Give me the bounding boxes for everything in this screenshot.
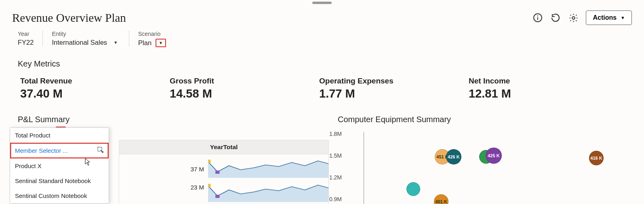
pov-entity-value: International Sales — [52, 39, 107, 46]
pov-entity[interactable]: Entity International Sales ▼ — [43, 31, 129, 46]
product-dropdown[interactable]: Total Product Member Selector ... Produc… — [10, 127, 109, 204]
pnl-row-value: 37 M — [191, 166, 204, 173]
metric-gross-profit: Gross Profit 14.58 M — [170, 77, 319, 100]
pov-scenario[interactable]: Scenario Plan ▼ — [129, 31, 175, 47]
metric-label: Gross Profit — [170, 77, 319, 85]
metric-net-income: Net Income 12.81 M — [469, 77, 618, 100]
actions-button[interactable]: Actions ▼ — [586, 10, 632, 25]
metric-label: Net Income — [469, 77, 618, 85]
member-selector-icon — [97, 147, 104, 154]
pov-scenario-label: Scenario — [138, 31, 166, 37]
bubble[interactable]: 416 K — [589, 151, 604, 165]
pnl-table-body: 37 M 23 M — [119, 154, 329, 204]
pov-year: Year FY22 — [12, 31, 43, 46]
bubble[interactable]: 401 K — [434, 194, 448, 204]
bubble[interactable]: 426 K — [446, 149, 461, 164]
y-tick: 1.2M — [322, 174, 342, 181]
chevron-down-icon: ▼ — [621, 15, 625, 20]
svg-point-2 — [537, 15, 538, 16]
page-title: Revenue Overview Plan — [12, 11, 126, 25]
pov-bar: Year FY22 Entity International Sales ▼ S… — [12, 31, 632, 47]
metric-value: 14.58 M — [170, 87, 319, 100]
gear-icon[interactable] — [568, 12, 579, 23]
pnl-row-value: 23 M — [191, 184, 204, 191]
pov-entity-label: Entity — [52, 31, 120, 37]
pov-year-value: FY22 — [18, 39, 34, 46]
metric-label: Operating Expenses — [319, 77, 469, 85]
metric-operating-expenses: Operating Expenses 1.77 M — [319, 77, 469, 100]
info-icon[interactable] — [532, 12, 543, 23]
y-tick: 1.5M — [322, 152, 342, 159]
chevron-down-icon[interactable]: ▼ — [111, 39, 120, 46]
mouse-cursor-icon — [85, 158, 91, 168]
svg-rect-5 — [215, 171, 219, 174]
metric-total-revenue: Total Revenue 37.40 M — [20, 77, 170, 100]
bubble[interactable] — [406, 182, 420, 196]
key-metrics-title: Key Metrics — [18, 59, 632, 69]
pov-year-label: Year — [18, 31, 34, 37]
svg-rect-7 — [215, 195, 219, 198]
dropdown-item-member-selector[interactable]: Member Selector ... — [10, 143, 109, 158]
refresh-icon[interactable] — [550, 12, 561, 23]
y-tick: 0.9M — [322, 196, 342, 202]
pnl-title: P&L Summary — [18, 115, 329, 124]
ces-title: Computer Equipment Summary — [338, 115, 632, 124]
bubble[interactable]: 425 K — [486, 148, 502, 164]
drag-handle[interactable] — [312, 2, 332, 4]
pov-scenario-value: Plan — [138, 39, 152, 47]
dropdown-item-sentinal-custom[interactable]: Sentinal Custom Notebook — [10, 188, 109, 203]
pnl-table-header: YearTotal — [119, 140, 329, 154]
ces-chart: 1.8M 1.5M 1.2M 0.9M 451 K426 K425 K416 K… — [342, 131, 632, 204]
dropdown-item-product-x[interactable]: Product X — [10, 158, 109, 173]
dropdown-item-sentinal-standard[interactable]: Sentinal Standard Notebook — [10, 173, 109, 188]
svg-rect-4 — [208, 160, 210, 163]
svg-rect-6 — [208, 184, 210, 187]
chevron-down-icon[interactable]: ▼ — [156, 39, 166, 47]
sparkline — [208, 158, 328, 178]
dropdown-item-total-product[interactable]: Total Product — [10, 128, 109, 143]
metric-value: 37.40 M — [20, 87, 170, 100]
actions-label: Actions — [593, 14, 617, 21]
svg-point-3 — [572, 17, 575, 19]
metric-value: 1.77 M — [319, 87, 469, 100]
y-axis-line — [364, 132, 364, 204]
metric-label: Total Revenue — [20, 77, 170, 85]
metric-value: 12.81 M — [469, 87, 618, 100]
sparkline — [208, 182, 328, 202]
y-tick: 1.8M — [322, 131, 342, 137]
